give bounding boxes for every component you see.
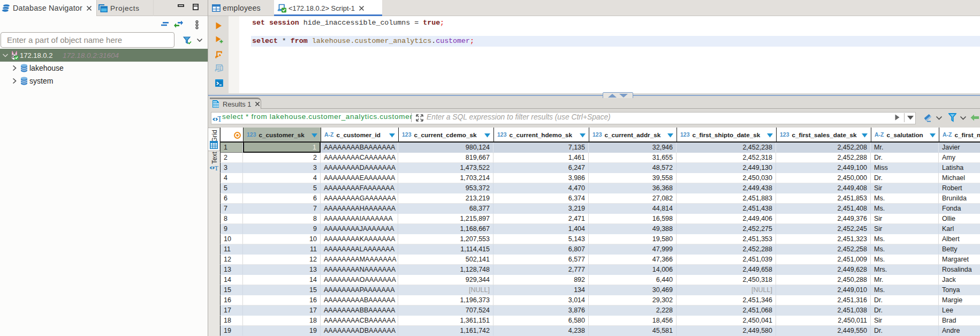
svg-text:T: T xyxy=(214,165,218,172)
svg-text:T: T xyxy=(217,115,221,122)
